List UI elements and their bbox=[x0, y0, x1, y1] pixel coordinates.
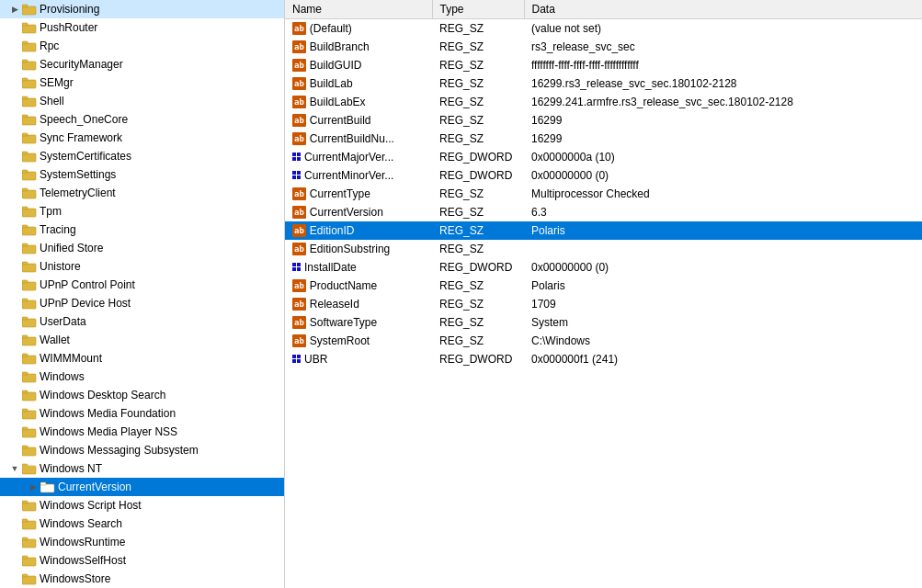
table-row[interactable]: abProductNameREG_SZPolaris bbox=[285, 277, 922, 295]
tree-item-windows-messaging-subsystem[interactable]: Windows Messaging Subsystem bbox=[0, 441, 284, 459]
cell-type: REG_SZ bbox=[432, 185, 524, 203]
tree-item-label-telemetryclient: TelemetryClient bbox=[40, 187, 116, 199]
svg-rect-60 bbox=[22, 537, 28, 540]
svg-rect-32 bbox=[22, 300, 36, 309]
tree-item-tpm[interactable]: Tpm bbox=[0, 202, 284, 220]
svg-rect-14 bbox=[22, 135, 36, 143]
folder-icon-upnp-device-host bbox=[22, 296, 37, 311]
tree-item-shell[interactable]: Shell bbox=[0, 92, 284, 110]
cell-type: REG_DWORD bbox=[432, 166, 524, 185]
tree-item-windows-desktop-search[interactable]: Windows Desktop Search bbox=[0, 386, 284, 404]
cell-data: 6.3 bbox=[524, 203, 922, 221]
table-row[interactable]: abCurrentBuildNu...REG_SZ16299 bbox=[285, 130, 922, 148]
tree-item-windows-nt[interactable]: Windows NT bbox=[0, 459, 284, 478]
tree-item-windows-script-host[interactable]: Windows Script Host bbox=[0, 496, 284, 514]
tree-item-label-windowsstore: WindowsStore bbox=[40, 572, 110, 585]
cell-type: REG_SZ bbox=[432, 56, 524, 74]
expand-btn-windows-nt[interactable] bbox=[7, 461, 22, 476]
tree-item-telemetryclient[interactable]: TelemetryClient bbox=[0, 184, 284, 202]
folder-icon-semgr bbox=[22, 75, 37, 90]
table-row[interactable]: ab(Default)REG_SZ(value not set) bbox=[285, 19, 922, 38]
registry-table[interactable]: Name Type Data ab(Default)REG_SZ(value n… bbox=[285, 0, 922, 588]
table-row[interactable]: UBRREG_DWORD0x000000f1 (241) bbox=[285, 350, 922, 368]
table-row[interactable]: abEditionIDREG_SZPolaris bbox=[285, 221, 922, 240]
svg-rect-39 bbox=[22, 354, 28, 356]
tree-item-label-wimmount: WIMMMount bbox=[40, 352, 102, 365]
tree-item-systemsettings[interactable]: SystemSettings bbox=[0, 165, 284, 184]
type-icon-ab: ab bbox=[292, 132, 306, 145]
cell-data: System bbox=[524, 313, 922, 332]
svg-rect-64 bbox=[22, 574, 28, 577]
cell-type: REG_SZ bbox=[432, 74, 524, 93]
table-row[interactable]: abCurrentTypeREG_SZMultiprocessor Checke… bbox=[285, 185, 922, 203]
cell-type: REG_SZ bbox=[432, 221, 524, 240]
tree-item-pushrouter[interactable]: PushRouter bbox=[0, 18, 284, 37]
type-icon-ab: ab bbox=[292, 298, 306, 311]
type-icon-ab: ab bbox=[292, 59, 306, 72]
table-row[interactable]: abEditionSubstringREG_SZ bbox=[285, 240, 922, 258]
tree-item-label-upnp-control-point: UPnP Control Point bbox=[40, 278, 135, 291]
tree-item-wimmount[interactable]: WIMMMount bbox=[0, 349, 284, 368]
cell-type: REG_SZ bbox=[432, 19, 524, 38]
table-row[interactable]: abCurrentBuildREG_SZ16299 bbox=[285, 111, 922, 130]
svg-rect-16 bbox=[22, 153, 36, 162]
table-row[interactable]: abBuildGUIDREG_SZffffffff-ffff-ffff-ffff… bbox=[285, 56, 922, 74]
type-icon-grid bbox=[292, 355, 301, 363]
tree-item-speech_onecore[interactable]: Speech_OneCore bbox=[0, 110, 284, 129]
col-header-data[interactable]: Data bbox=[524, 0, 922, 19]
tree-item-securitymanager[interactable]: SecurityManager bbox=[0, 55, 284, 74]
cell-name-text: UBR bbox=[304, 353, 327, 366]
tree-item-userdata[interactable]: UserData bbox=[0, 312, 284, 331]
folder-icon-wallet bbox=[22, 333, 37, 347]
cell-name-text: CurrentVersion bbox=[310, 206, 383, 219]
tree-item-windows-media-foundation[interactable]: Windows Media Foundation bbox=[0, 404, 284, 423]
tree-item-unistore[interactable]: Unistore bbox=[0, 257, 284, 276]
registry-tree[interactable]: Provisioning PushRouter Rpc SecurityMana… bbox=[0, 0, 285, 588]
tree-item-label-windows-search: Windows Search bbox=[40, 517, 122, 530]
tree-item-upnp-control-point[interactable]: UPnP Control Point bbox=[0, 276, 284, 294]
cell-name: abCurrentType bbox=[285, 185, 432, 203]
table-row[interactable]: CurrentMinorVer...REG_DWORD0x00000000 (0… bbox=[285, 166, 922, 185]
tree-item-sync-framework[interactable]: Sync Framework bbox=[0, 129, 284, 147]
col-header-name[interactable]: Name bbox=[285, 0, 432, 19]
svg-rect-40 bbox=[22, 374, 36, 382]
cell-name-text: CurrentBuild bbox=[310, 114, 371, 127]
svg-rect-21 bbox=[22, 188, 28, 191]
tree-item-provisioning[interactable]: Provisioning bbox=[0, 0, 284, 18]
tree-item-upnp-device-host[interactable]: UPnP Device Host bbox=[0, 294, 284, 312]
svg-rect-26 bbox=[22, 245, 36, 254]
tree-item-rpc[interactable]: Rpc bbox=[0, 37, 284, 55]
tree-item-windowsselfhost[interactable]: WindowsSelfHost bbox=[0, 551, 284, 570]
tree-item-tracing[interactable]: Tracing bbox=[0, 220, 284, 239]
tree-item-label-wallet: Wallet bbox=[40, 334, 70, 346]
cell-name-text: BuildLab bbox=[310, 77, 353, 90]
svg-rect-44 bbox=[22, 411, 36, 419]
tree-item-semgr[interactable]: SEMgr bbox=[0, 74, 284, 92]
expand-btn-provisioning[interactable] bbox=[7, 2, 22, 17]
table-row[interactable]: abReleaseIdREG_SZ1709 bbox=[285, 295, 922, 313]
col-header-type[interactable]: Type bbox=[432, 0, 524, 19]
tree-item-windowsstore[interactable]: WindowsStore bbox=[0, 570, 284, 588]
table-row[interactable]: abSoftwareTypeREG_SZSystem bbox=[285, 313, 922, 332]
svg-rect-63 bbox=[22, 576, 36, 584]
registry-values-panel: Name Type Data ab(Default)REG_SZ(value n… bbox=[285, 0, 922, 588]
tree-item-windows-search[interactable]: Windows Search bbox=[0, 514, 284, 533]
tree-item-systemcertificates[interactable]: SystemCertificates bbox=[0, 147, 284, 165]
table-row[interactable]: abCurrentVersionREG_SZ6.3 bbox=[285, 203, 922, 221]
svg-rect-23 bbox=[22, 207, 28, 209]
tree-item-currentversion[interactable]: CurrentVersion bbox=[0, 478, 284, 496]
table-row[interactable]: abBuildLabExREG_SZ16299.241.armfre.rs3_r… bbox=[285, 93, 922, 111]
tree-item-windows-media-player-nss[interactable]: Windows Media Player NSS bbox=[0, 423, 284, 441]
table-row[interactable]: abBuildBranchREG_SZrs3_release_svc_sec bbox=[285, 38, 922, 56]
table-row[interactable]: InstallDateREG_DWORD0x00000000 (0) bbox=[285, 258, 922, 277]
tree-item-windows[interactable]: Windows bbox=[0, 368, 284, 386]
table-row[interactable]: abBuildLabREG_SZ16299.rs3_release_svc_se… bbox=[285, 74, 922, 93]
tree-item-windowsruntime[interactable]: WindowsRuntime bbox=[0, 533, 284, 551]
tree-item-wallet[interactable]: Wallet bbox=[0, 331, 284, 349]
type-icon-ab: ab bbox=[292, 334, 306, 347]
table-row[interactable]: CurrentMajorVer...REG_DWORD0x0000000a (1… bbox=[285, 148, 922, 166]
table-row[interactable]: abSystemRootREG_SZC:\Windows bbox=[285, 332, 922, 350]
tree-item-unified-store[interactable]: Unified Store bbox=[0, 239, 284, 257]
expand-btn-currentversion[interactable] bbox=[26, 480, 40, 494]
svg-rect-4 bbox=[22, 43, 36, 51]
